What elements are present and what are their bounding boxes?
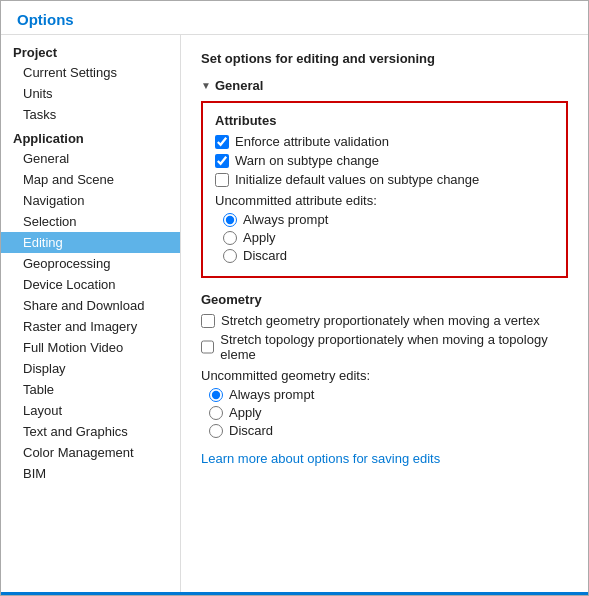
sidebar-item-full-motion-video[interactable]: Full Motion Video	[1, 337, 180, 358]
topology-label: Stretch topology proportionately when mo…	[220, 332, 568, 362]
attr-radio-apply: Apply	[215, 230, 554, 245]
sidebar-item-editing[interactable]: Editing	[1, 232, 180, 253]
attr-radio-apply-input[interactable]	[223, 231, 237, 245]
sidebar-item-general[interactable]: General	[1, 148, 180, 169]
stretch-row: Stretch geometry proportionately when mo…	[201, 313, 568, 328]
geom-radio-always-prompt: Always prompt	[201, 387, 568, 402]
warn-checkbox[interactable]	[215, 154, 229, 168]
uncommitted-attr-label: Uncommitted attribute edits:	[215, 193, 554, 208]
sidebar-item-map-and-scene[interactable]: Map and Scene	[1, 169, 180, 190]
geom-radio-apply: Apply	[201, 405, 568, 420]
learn-more-link[interactable]: Learn more about options for saving edit…	[201, 451, 440, 466]
sidebar-item-share-and-download[interactable]: Share and Download	[1, 295, 180, 316]
enforce-row: Enforce attribute validation	[215, 134, 554, 149]
geometry-section: Geometry Stretch geometry proportionatel…	[201, 292, 568, 438]
attr-radio-discard-input[interactable]	[223, 249, 237, 263]
initialize-row: Initialize default values on subtype cha…	[215, 172, 554, 187]
sidebar-item-current-settings[interactable]: Current Settings	[1, 62, 180, 83]
geom-radio-discard-input[interactable]	[209, 424, 223, 438]
window-title: Options	[17, 11, 572, 28]
collapse-arrow-icon[interactable]: ▼	[201, 80, 211, 91]
sidebar-item-device-location[interactable]: Device Location	[1, 274, 180, 295]
stretch-label: Stretch geometry proportionately when mo…	[221, 313, 540, 328]
sidebar-group-application: Application	[1, 125, 180, 148]
sidebar-item-units[interactable]: Units	[1, 83, 180, 104]
sidebar-item-layout[interactable]: Layout	[1, 400, 180, 421]
attr-radio-always-prompt: Always prompt	[215, 212, 554, 227]
window-bottom-accent	[1, 592, 588, 595]
topology-checkbox[interactable]	[201, 340, 214, 354]
topology-row: Stretch topology proportionately when mo…	[201, 332, 568, 362]
sidebar-item-tasks[interactable]: Tasks	[1, 104, 180, 125]
options-window: Options Project Current Settings Units T…	[0, 0, 589, 596]
geom-radio-always-prompt-input[interactable]	[209, 388, 223, 402]
warn-label: Warn on subtype change	[235, 153, 379, 168]
sidebar-item-display[interactable]: Display	[1, 358, 180, 379]
content-area: Project Current Settings Units Tasks App…	[1, 35, 588, 592]
sidebar-item-selection[interactable]: Selection	[1, 211, 180, 232]
sidebar-item-geoprocessing[interactable]: Geoprocessing	[1, 253, 180, 274]
initialize-label: Initialize default values on subtype cha…	[235, 172, 479, 187]
sidebar-item-text-and-graphics[interactable]: Text and Graphics	[1, 421, 180, 442]
attr-radio-discard: Discard	[215, 248, 554, 263]
sidebar-item-bim[interactable]: BIM	[1, 463, 180, 484]
geom-radio-discard: Discard	[201, 423, 568, 438]
enforce-label: Enforce attribute validation	[235, 134, 389, 149]
uncommitted-geom-label: Uncommitted geometry edits:	[201, 368, 568, 383]
geom-radio-apply-input[interactable]	[209, 406, 223, 420]
sidebar: Project Current Settings Units Tasks App…	[1, 35, 181, 592]
sidebar-item-navigation[interactable]: Navigation	[1, 190, 180, 211]
sidebar-item-table[interactable]: Table	[1, 379, 180, 400]
enforce-checkbox[interactable]	[215, 135, 229, 149]
attributes-box: Attributes Enforce attribute validation …	[201, 101, 568, 278]
warn-row: Warn on subtype change	[215, 153, 554, 168]
general-section-header: ▼ General	[201, 78, 568, 93]
initialize-checkbox[interactable]	[215, 173, 229, 187]
stretch-checkbox[interactable]	[201, 314, 215, 328]
sidebar-group-project: Project	[1, 39, 180, 62]
main-panel: Set options for editing and versioning ▼…	[181, 35, 588, 592]
sidebar-item-raster-and-imagery[interactable]: Raster and Imagery	[1, 316, 180, 337]
attributes-label: Attributes	[215, 113, 554, 128]
geometry-label: Geometry	[201, 292, 568, 307]
title-bar: Options	[1, 1, 588, 35]
attr-radio-always-prompt-input[interactable]	[223, 213, 237, 227]
page-title: Set options for editing and versioning	[201, 51, 568, 66]
sidebar-item-color-management[interactable]: Color Management	[1, 442, 180, 463]
